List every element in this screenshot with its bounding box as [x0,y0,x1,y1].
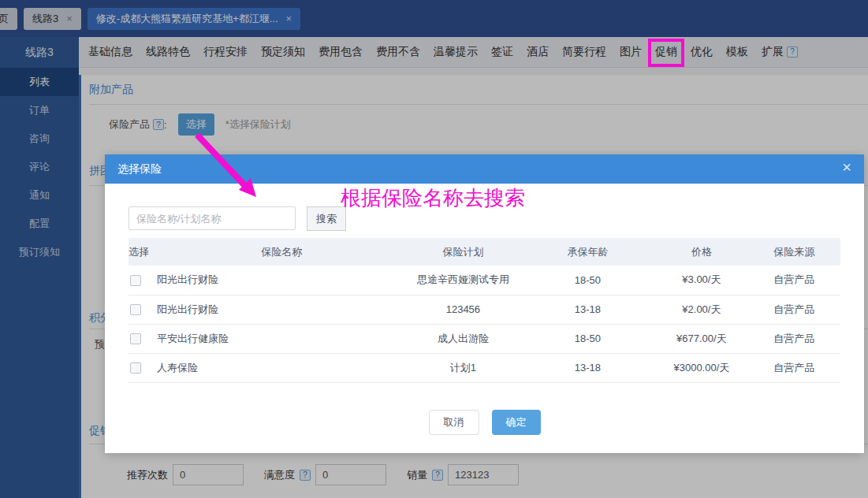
cell-insurance-plan: 思途辛西娅测试专用 [406,266,520,295]
table-row: 阳光出行财险 123456 13-18 ¥2.00/天 自营产品 [129,295,840,324]
cell-source: 自营产品 [748,324,840,353]
column-header-insurance-plan: 保险计划 [406,238,520,266]
select-insurance-modal: 选择保险 × 搜索 选择 保险名称 保险计划 承保年龄 价格 保险来源 阳光出行… [105,154,864,453]
cell-insurance-name: 阳光出行财险 [157,295,406,324]
column-header-source: 保险来源 [748,238,840,266]
cell-source: 自营产品 [748,266,840,295]
row-checkbox[interactable] [130,362,141,374]
cell-insured-age: 13-18 [520,353,656,382]
cell-insurance-plan: 123456 [406,295,520,324]
modal-header: 选择保险 × [105,154,864,184]
row-checkbox[interactable] [130,304,141,315]
insurance-search-input[interactable] [129,206,296,230]
cell-price: ¥677.00/天 [655,324,747,353]
table-row: 阳光出行财险 思途辛西娅测试专用 18-50 ¥3.00/天 自营产品 [129,266,840,295]
row-checkbox[interactable] [130,275,141,286]
row-checkbox[interactable] [130,333,141,344]
column-header-insured-age: 承保年龄 [520,238,656,266]
table-header-row: 选择 保险名称 保险计划 承保年龄 价格 保险来源 [129,238,840,266]
cell-price: ¥3000.00/天 [655,353,747,382]
cell-source: 自营产品 [748,295,840,324]
cell-insurance-plan: 成人出游险 [406,324,520,353]
insurance-table: 选择 保险名称 保险计划 承保年龄 价格 保险来源 阳光出行财险 思途辛西娅测试… [129,238,840,383]
column-header-price: 价格 [655,238,747,266]
cell-price: ¥2.00/天 [655,295,747,324]
cell-insurance-name: 平安出行健康险 [157,324,406,353]
cell-insurance-plan: 计划1 [406,353,520,382]
cell-insured-age: 18-50 [520,266,656,295]
close-icon[interactable]: × [842,159,851,175]
cell-price: ¥3.00/天 [655,266,747,295]
confirm-button[interactable]: 确定 [492,410,541,435]
modal-title: 选择保险 [117,162,162,177]
cancel-button[interactable]: 取消 [429,410,479,435]
modal-footer: 取消 确定 [105,410,864,435]
cell-source: 自营产品 [748,353,840,382]
cell-insured-age: 18-50 [520,324,656,353]
table-row: 平安出行健康险 成人出游险 18-50 ¥677.00/天 自营产品 [129,324,840,353]
table-row: 人寿保险 计划1 13-18 ¥3000.00/天 自营产品 [129,353,840,382]
cell-insurance-name: 人寿保险 [157,353,406,382]
column-header-insurance-name: 保险名称 [157,238,406,266]
search-button[interactable]: 搜索 [307,206,346,231]
cell-insurance-name: 阳光出行财险 [157,266,406,295]
column-header-select: 选择 [129,238,157,266]
cell-insured-age: 13-18 [520,295,656,324]
